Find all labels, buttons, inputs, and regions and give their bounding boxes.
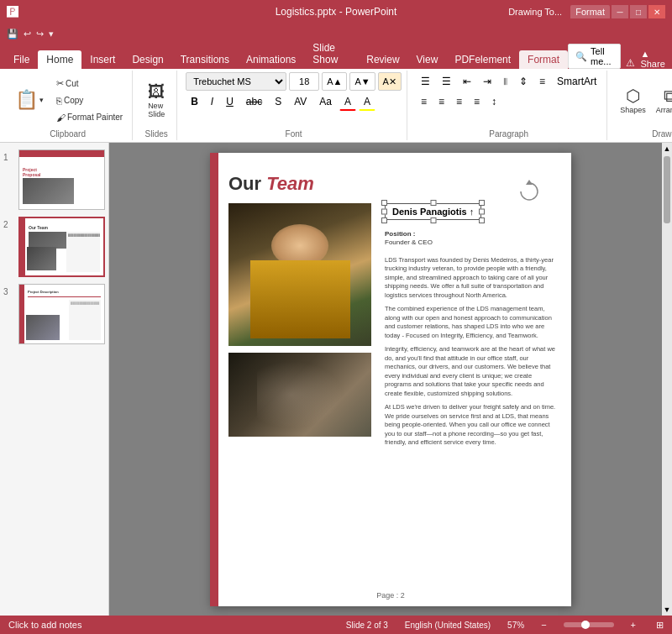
format-tab-title[interactable]: Format: [570, 5, 610, 18]
format-painter-button[interactable]: 🖌 Format Painter: [52, 110, 127, 125]
increase-indent-button[interactable]: ⇥: [478, 72, 496, 91]
sel-handle-ml: [381, 208, 387, 214]
drawing-group: ⬡ Shapes ⧉ Arrange 🎨 QuickStyles Drawing: [611, 71, 672, 140]
click-to-add-notes[interactable]: Click to add notes: [8, 620, 81, 630]
close-button[interactable]: ✕: [648, 5, 665, 18]
font-color-button[interactable]: A: [339, 92, 356, 111]
tab-transitions[interactable]: Transitions: [172, 50, 238, 69]
circular-arrow-icon: [517, 180, 541, 203]
cut-button[interactable]: ✂ Cut: [52, 76, 127, 92]
slide-count: Slide 2 of 3: [346, 621, 388, 630]
justify-button[interactable]: ≡: [469, 92, 485, 111]
text-highlight-button[interactable]: A: [359, 92, 375, 111]
decrease-indent-button[interactable]: ⇤: [458, 72, 476, 91]
name-selection-container[interactable]: Denis Panagiotis ↑: [385, 203, 481, 220]
slide-preview-1[interactable]: Project Proposal: [18, 149, 105, 210]
zoom-slider[interactable]: [564, 622, 614, 627]
zoom-out-icon[interactable]: −: [541, 620, 546, 630]
tab-insert[interactable]: Insert: [81, 50, 123, 69]
cut-icon: ✂: [56, 78, 64, 89]
slide-num-2: 2: [3, 217, 15, 229]
tab-animations[interactable]: Animations: [238, 50, 304, 69]
copy-button[interactable]: ⎘ Copy: [52, 93, 127, 108]
slide-thumb-1[interactable]: 1 Project Proposal: [3, 149, 105, 210]
change-case-button[interactable]: Aa: [314, 92, 337, 111]
font-family-select[interactable]: Trebuchet MS: [186, 72, 286, 91]
tell-me-input[interactable]: 🔍 Tell me...: [568, 44, 621, 69]
line-spacing-button[interactable]: ↕: [486, 92, 501, 111]
name-box-text: Denis Panagiotis ↑: [392, 207, 474, 217]
tab-pdfelement[interactable]: PDFelement: [446, 50, 519, 69]
save-icon[interactable]: 💾: [7, 29, 18, 39]
new-slide-button[interactable]: 🖼 NewSlide: [141, 80, 171, 121]
sel-handle-mr: [479, 208, 485, 214]
smartart-button[interactable]: SmartArt: [552, 72, 601, 91]
minimize-button[interactable]: ─: [612, 5, 628, 18]
redo-icon[interactable]: ↪: [36, 29, 44, 39]
columns-button[interactable]: ⫴: [498, 72, 512, 91]
paste-button[interactable]: 📋 ▾: [8, 86, 50, 113]
fit-slide-icon[interactable]: ⊞: [656, 620, 664, 631]
tab-file[interactable]: File: [5, 50, 38, 69]
bullets-button[interactable]: ☰: [416, 72, 435, 91]
scroll-track[interactable]: [662, 225, 672, 604]
slide-thumb-3[interactable]: 3 Project Description ████████████████: [3, 284, 105, 344]
shadow-button[interactable]: S: [270, 92, 286, 111]
increase-font-button[interactable]: A▲: [322, 72, 347, 91]
slide-thumb-2[interactable]: 2 Our Team ████████████████████████: [3, 217, 105, 277]
slide-3-image: [26, 315, 60, 340]
arrange-button[interactable]: ⧉ Arrange: [652, 84, 672, 117]
tab-view[interactable]: View: [408, 50, 447, 69]
shapes-button[interactable]: ⬡ Shapes: [616, 83, 650, 117]
maximize-button[interactable]: □: [630, 5, 647, 18]
scroll-up-button[interactable]: ▲: [662, 143, 672, 155]
tab-design[interactable]: Design: [123, 50, 171, 69]
slide-preview-2[interactable]: Our Team ████████████████████████: [18, 217, 105, 277]
undo-icon[interactable]: ↩: [24, 29, 31, 39]
align-left-button[interactable]: ≡: [416, 92, 432, 111]
slide-2-image: [27, 247, 56, 270]
drawing-tools-tab[interactable]: Drawing To...: [503, 5, 567, 18]
ribbon-tab-bar: File Home Insert Design Transitions Anim…: [0, 44, 672, 69]
sel-handle-tm: [430, 200, 436, 206]
font-label: Font: [286, 128, 302, 139]
numbering-button[interactable]: ☰: [437, 72, 456, 91]
align-center-button[interactable]: ≡: [433, 92, 449, 111]
char-spacing-button[interactable]: AV: [289, 92, 312, 111]
tab-format[interactable]: Format: [519, 50, 568, 69]
right-scrollbar[interactable]: ▲ ▼: [662, 143, 672, 616]
tab-review[interactable]: Review: [358, 50, 407, 69]
photo-figure: [257, 361, 343, 428]
clipboard-label: Clipboard: [50, 128, 86, 139]
slide-1-text: Project Proposal: [23, 162, 40, 177]
font-size-input[interactable]: [289, 72, 319, 91]
bold-button[interactable]: B: [186, 92, 203, 111]
align-text-button[interactable]: ≡: [534, 72, 550, 91]
slide-left-bar: [210, 153, 218, 606]
zoom-in-icon[interactable]: +: [631, 620, 636, 630]
customize-icon[interactable]: ▾: [49, 29, 54, 39]
text-direction-button[interactable]: ⇕: [514, 72, 533, 91]
paragraph-row-2: ≡ ≡ ≡ ≡ ↕: [416, 92, 501, 111]
italic-button[interactable]: I: [206, 92, 218, 111]
slide-preview-3[interactable]: Project Description ████████████████: [18, 284, 105, 344]
clear-format-button[interactable]: A✕: [378, 72, 402, 91]
format-painter-icon: 🖌: [56, 113, 66, 123]
share-button[interactable]: ▲ Share: [640, 49, 667, 69]
scroll-thumb[interactable]: [664, 156, 670, 223]
slide-canvas[interactable]: Our Team: [210, 153, 571, 606]
scroll-down-button[interactable]: ▼: [662, 604, 672, 616]
copy-icon: ⎘: [56, 96, 62, 106]
tab-home[interactable]: Home: [38, 50, 81, 69]
sel-handle-bm: [430, 217, 436, 223]
font-group: Trebuchet MS A▲ A▼ A✕ B I U abc S AV Aa …: [181, 71, 407, 140]
decrease-font-button[interactable]: A▼: [349, 72, 375, 91]
position-label: Position :: [385, 230, 415, 238]
underline-button[interactable]: U: [221, 92, 239, 111]
align-right-button[interactable]: ≡: [451, 92, 467, 111]
tab-slideshow[interactable]: Slide Show: [304, 39, 358, 69]
strikethrough-button[interactable]: abc: [241, 92, 267, 111]
window-title: Logistics.pptx - PowerPoint: [276, 6, 397, 18]
para-4: At LDS we're driven to deliver your frei…: [385, 403, 558, 448]
arrange-label: Arrange: [656, 106, 672, 114]
